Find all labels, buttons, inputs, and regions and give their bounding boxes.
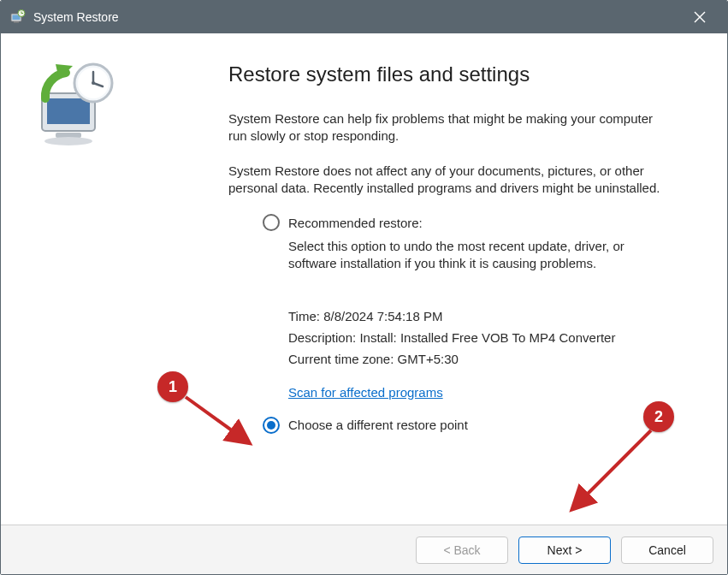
option-different[interactable]: Choose a different restore point bbox=[228, 417, 676, 434]
svg-rect-2 bbox=[14, 21, 19, 23]
title-bar: System Restore bbox=[1, 1, 727, 33]
detail-time-value: 8/8/2024 7:54:18 PM bbox=[323, 309, 442, 323]
wizard-footer: < Back Next > Cancel bbox=[1, 525, 727, 574]
option-recommended[interactable]: Recommended restore: bbox=[263, 214, 676, 231]
svg-rect-7 bbox=[47, 98, 90, 124]
scan-affected-programs-link[interactable]: Scan for affected programs bbox=[288, 385, 443, 400]
detail-time-label: Time: bbox=[288, 309, 320, 323]
option-different-label: Choose a different restore point bbox=[288, 418, 468, 432]
detail-description-label: Description: bbox=[288, 330, 356, 345]
detail-timezone-label: Current time zone: bbox=[288, 352, 394, 366]
system-restore-hero-icon bbox=[30, 57, 124, 151]
option-recommended-description: Select this option to undo the most rece… bbox=[288, 238, 665, 273]
next-button[interactable]: Next > bbox=[518, 536, 611, 564]
close-button[interactable] bbox=[681, 4, 719, 30]
detail-description-value: Install: Installed Free VOB To MP4 Conve… bbox=[359, 330, 615, 345]
sidebar bbox=[1, 33, 198, 525]
page-title: Restore system files and settings bbox=[228, 62, 676, 86]
radio-different[interactable] bbox=[263, 417, 280, 434]
detail-timezone-value: GMT+5:30 bbox=[398, 352, 459, 366]
restore-options: Recommended restore: Select this option … bbox=[228, 214, 676, 412]
close-icon bbox=[694, 11, 706, 23]
restore-point-details: Time: 8/8/2024 7:54:18 PM Description: I… bbox=[288, 309, 676, 412]
svg-point-15 bbox=[92, 81, 95, 85]
option-recommended-label: Recommended restore: bbox=[288, 216, 423, 230]
app-icon bbox=[9, 9, 27, 26]
intro-paragraph-2: System Restore does not affect any of yo… bbox=[228, 163, 665, 198]
content-area: Restore system files and settings System… bbox=[1, 33, 727, 525]
intro-paragraph-1: System Restore can help fix problems tha… bbox=[228, 110, 665, 145]
detail-timezone: Current time zone: GMT+5:30 bbox=[288, 352, 676, 366]
detail-time: Time: 8/8/2024 7:54:18 PM bbox=[288, 309, 676, 323]
svg-point-9 bbox=[44, 137, 92, 145]
main-panel: Restore system files and settings System… bbox=[198, 33, 727, 525]
radio-recommended[interactable] bbox=[263, 214, 280, 231]
back-button: < Back bbox=[416, 536, 508, 564]
window-title: System Restore bbox=[33, 10, 119, 24]
detail-description: Description: Install: Installed Free VOB… bbox=[288, 330, 676, 345]
cancel-button[interactable]: Cancel bbox=[621, 536, 713, 564]
